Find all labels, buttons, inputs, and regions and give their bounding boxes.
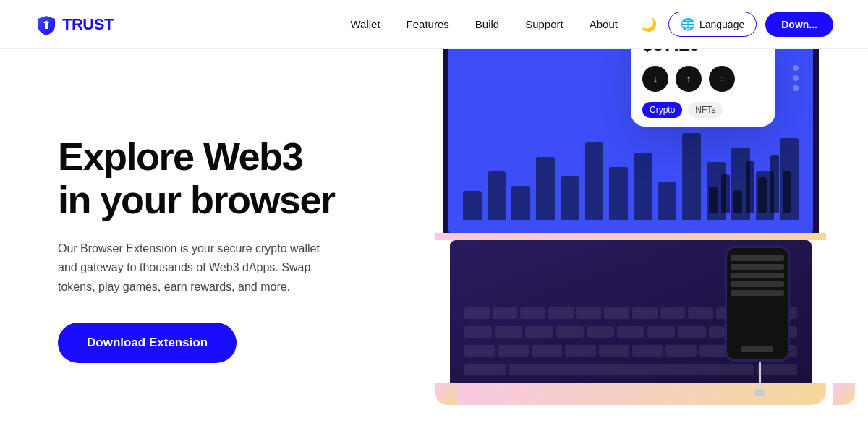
key (678, 326, 705, 338)
screen-decorations (793, 65, 799, 91)
moon-icon: 🌙 (641, 17, 657, 33)
language-button[interactable]: 🌐 Language (668, 12, 757, 37)
nav-download-button[interactable]: Down... (765, 12, 833, 37)
navbar: TrUST Wallet Features Build Support Abou… (0, 0, 868, 49)
key-row-4 (464, 362, 797, 378)
usb-plug (754, 389, 765, 396)
nav-right: 🌙 🌐 Language Down... (638, 12, 833, 37)
phone-bar (731, 273, 784, 278)
chart-bar (609, 167, 628, 220)
laptop-hinge (435, 233, 826, 240)
key (632, 307, 658, 319)
chart-bar (561, 176, 579, 220)
key (532, 345, 562, 357)
key (647, 326, 675, 338)
language-label: Language (699, 19, 744, 30)
wallet-tab-nfts[interactable]: NFTs (688, 102, 723, 118)
key (617, 326, 644, 338)
receive-icon: ↓ (642, 66, 668, 92)
nav-links: Wallet Features Build Support About (350, 18, 617, 30)
hero-illustration: $37.29 ↓ ↑ = Crypto NFTs (405, 49, 833, 434)
nav-wallet[interactable]: Wallet (350, 18, 380, 30)
key (688, 307, 713, 319)
key (587, 326, 614, 338)
key (548, 307, 574, 319)
key (464, 364, 506, 375)
chart-bar-right (721, 174, 730, 213)
download-extension-button[interactable]: Download Extension (58, 323, 237, 363)
nav-support[interactable]: Support (525, 18, 563, 30)
phone-bar (731, 255, 784, 261)
hero-description: Our Browser Extension is your secure cry… (58, 239, 333, 297)
chart-bar (463, 191, 482, 220)
key (493, 307, 518, 319)
chart-bar (658, 182, 677, 220)
laptop-illustration (435, 130, 855, 405)
hero-title: Explore Web3 in your browser (58, 135, 405, 222)
chart-right (709, 155, 791, 213)
key (464, 326, 492, 338)
dot-3 (793, 85, 799, 91)
key (660, 307, 686, 319)
chart-bar (634, 153, 652, 220)
key (665, 345, 696, 357)
nav-about[interactable]: About (590, 18, 618, 30)
chart-bar-right (758, 177, 767, 213)
chart-bar-right (783, 171, 791, 213)
key (565, 345, 595, 357)
theme-toggle-button[interactable]: 🌙 (638, 14, 660, 35)
phone-screen (727, 248, 788, 359)
wallet-tabs: Crypto NFTs (642, 102, 764, 118)
space-key (509, 364, 754, 375)
key (495, 326, 522, 338)
key (632, 345, 663, 357)
laptop-base (435, 383, 826, 405)
hero-content: Explore Web3 in your browser Our Browser… (58, 120, 405, 363)
key (464, 307, 490, 319)
globe-icon: 🌐 (681, 17, 695, 31)
chart-bar (585, 142, 604, 220)
chart-bar-right (733, 190, 742, 213)
logo-icon (35, 13, 58, 36)
laptop-leg-left (435, 383, 457, 405)
phone-bar (731, 281, 784, 287)
wallet-amount: $37.29 (642, 49, 764, 56)
laptop-leg-right (833, 383, 855, 405)
phone-bar (731, 290, 784, 296)
dot-2 (793, 75, 799, 81)
phone-bar (731, 264, 784, 270)
key (604, 307, 629, 319)
hero-section: Explore Web3 in your browser Our Browser… (0, 49, 868, 434)
wallet-card: $37.29 ↓ ↑ = Crypto NFTs (631, 49, 775, 127)
swap-icon: = (709, 66, 735, 92)
send-icon: ↑ (676, 66, 702, 92)
key (757, 364, 798, 375)
key (520, 307, 545, 319)
logo[interactable]: TrUST (35, 13, 114, 36)
nav-features[interactable]: Features (407, 18, 449, 30)
key (525, 326, 553, 338)
key (576, 307, 602, 319)
chart-bar (682, 133, 701, 220)
nav-build[interactable]: Build (475, 18, 499, 30)
key (556, 326, 584, 338)
key (464, 345, 495, 357)
chart-bar-right (709, 187, 718, 213)
chart-bar-right (770, 155, 779, 213)
phone-device (725, 246, 790, 362)
key (498, 345, 528, 357)
wallet-actions: ↓ ↑ = (642, 66, 764, 92)
key (599, 345, 629, 357)
chart-bar (488, 171, 506, 220)
chart-bar-right (746, 161, 754, 213)
brand-name: TrUST (62, 15, 114, 34)
wallet-tab-crypto[interactable]: Crypto (642, 102, 682, 118)
chart-bar (536, 157, 555, 220)
chart-bar (511, 186, 530, 220)
phone-bar (741, 346, 773, 352)
dot-1 (793, 65, 799, 71)
